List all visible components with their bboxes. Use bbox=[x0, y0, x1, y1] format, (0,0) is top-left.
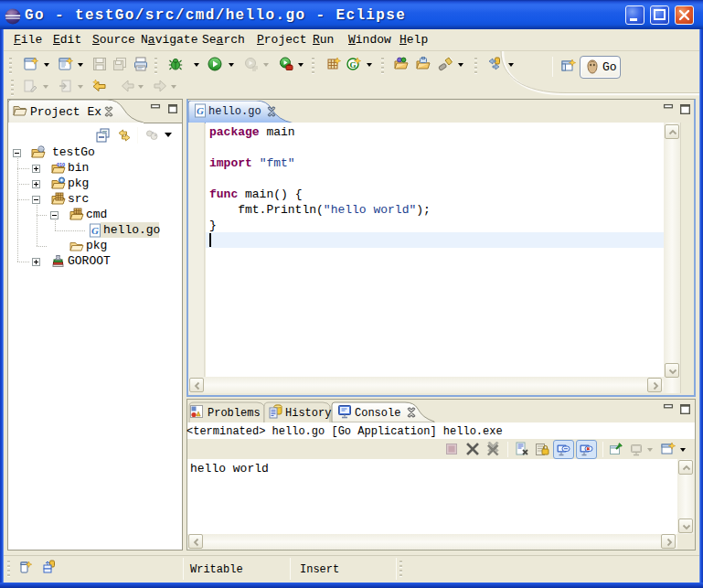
svg-text:G: G bbox=[197, 105, 204, 116]
svg-text:010: 010 bbox=[57, 162, 65, 167]
svg-text:G: G bbox=[91, 225, 99, 236]
svg-text:G: G bbox=[349, 60, 356, 69]
